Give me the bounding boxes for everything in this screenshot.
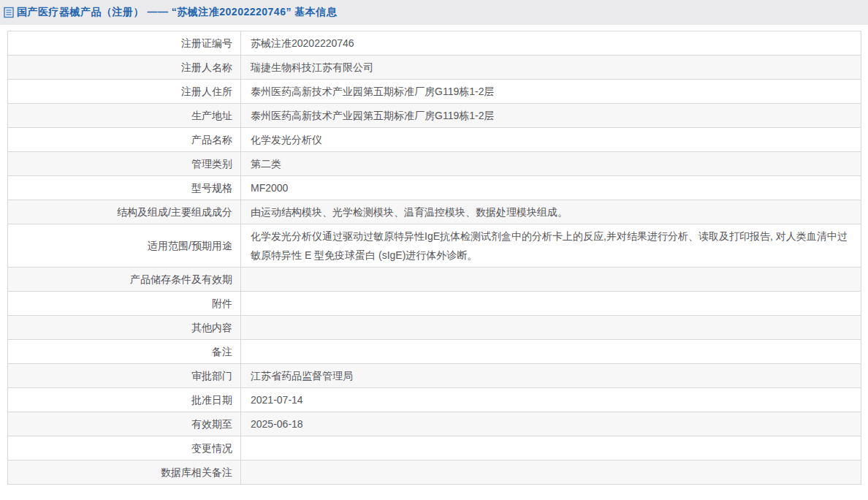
field-label: 数据库相关备注 bbox=[8, 461, 241, 485]
field-label: 注册证编号 bbox=[8, 31, 241, 56]
field-value bbox=[241, 268, 861, 292]
field-value: 泰州医药高新技术产业园第五期标准厂房G119栋1-2层 bbox=[241, 104, 861, 128]
field-label: 适用范围/预期用途 bbox=[8, 224, 241, 268]
table-row: 生产地址泰州医药高新技术产业园第五期标准厂房G119栋1-2层 bbox=[8, 104, 861, 128]
table-row: 其他内容 bbox=[8, 316, 861, 340]
table-row: 附件 bbox=[8, 292, 861, 316]
field-label: 管理类别 bbox=[8, 152, 241, 176]
field-label: 注册人名称 bbox=[8, 56, 241, 80]
field-value bbox=[241, 316, 861, 340]
table-row: 注册人住所泰州医药高新技术产业园第五期标准厂房G119栋1-2层 bbox=[8, 80, 861, 104]
field-value bbox=[241, 340, 861, 364]
field-label: 其他内容 bbox=[8, 316, 241, 340]
field-label: 产品名称 bbox=[8, 128, 241, 152]
field-value: 瑞捷生物科技江苏有限公司 bbox=[241, 56, 861, 80]
field-value bbox=[241, 461, 861, 485]
table-row: 结构及组成/主要组成成分由运动结构模块、光学检测模块、温育温控模块、数据处理模块… bbox=[8, 200, 861, 224]
field-value: 泰州医药高新技术产业园第五期标准厂房G119栋1-2层 bbox=[241, 80, 861, 104]
field-label: 结构及组成/主要组成成分 bbox=[8, 200, 241, 224]
table-row: 注册证编号苏械注准20202220746 bbox=[8, 31, 861, 56]
table-row: 有效期至2025-06-18 bbox=[8, 412, 861, 436]
field-label: 备注 bbox=[8, 340, 241, 364]
field-value bbox=[241, 292, 861, 316]
field-value: 化学发光分析仪通过驱动过敏原特异性IgE抗体检测试剂盒中的分析卡上的反应,并对结… bbox=[241, 224, 861, 268]
field-label: 有效期至 bbox=[8, 412, 241, 436]
field-value bbox=[241, 436, 861, 461]
document-icon bbox=[4, 7, 14, 18]
table-row: 管理类别第二类 bbox=[8, 152, 861, 176]
field-label: 型号规格 bbox=[8, 176, 241, 200]
table-row: 数据库相关备注 bbox=[8, 461, 861, 485]
field-label: 批准日期 bbox=[8, 388, 241, 412]
field-value: MF2000 bbox=[241, 176, 861, 200]
registration-info-table: 注册证编号苏械注准20202220746注册人名称瑞捷生物科技江苏有限公司注册人… bbox=[7, 31, 861, 485]
table-row: 型号规格MF2000 bbox=[8, 176, 861, 200]
field-value: 苏械注准20202220746 bbox=[241, 31, 861, 56]
table-row: 产品名称化学发光分析仪 bbox=[8, 128, 861, 152]
field-label: 附件 bbox=[8, 292, 241, 316]
field-value: 第二类 bbox=[241, 152, 861, 176]
field-value: 化学发光分析仪 bbox=[241, 128, 861, 152]
field-label: 生产地址 bbox=[8, 104, 241, 128]
field-label: 产品储存条件及有效期 bbox=[8, 268, 241, 292]
field-value: 由运动结构模块、光学检测模块、温育温控模块、数据处理模块组成。 bbox=[241, 200, 861, 224]
field-value: 江苏省药品监督管理局 bbox=[241, 364, 861, 388]
registration-info-section: 注册证编号苏械注准20202220746注册人名称瑞捷生物科技江苏有限公司注册人… bbox=[7, 31, 861, 485]
page-title: 国产医疗器械产品（注册） —— “苏械注准20202220746” 基本信息 bbox=[17, 6, 337, 19]
table-row: 审批部门江苏省药品监督管理局 bbox=[8, 364, 861, 388]
table-row: 注册人名称瑞捷生物科技江苏有限公司 bbox=[8, 56, 861, 80]
field-label: 审批部门 bbox=[8, 364, 241, 388]
table-row: 适用范围/预期用途化学发光分析仪通过驱动过敏原特异性IgE抗体检测试剂盒中的分析… bbox=[8, 224, 861, 268]
field-label: 变更情况 bbox=[8, 436, 241, 461]
table-row: 批准日期2021-07-14 bbox=[8, 388, 861, 412]
table-row: 备注 bbox=[8, 340, 861, 364]
table-row: 变更情况 bbox=[8, 436, 861, 461]
header-band: 国产医疗器械产品（注册） —— “苏械注准20202220746” 基本信息 bbox=[0, 0, 868, 25]
field-value: 2025-06-18 bbox=[241, 412, 861, 436]
table-row: 产品储存条件及有效期 bbox=[8, 268, 861, 292]
field-label: 注册人住所 bbox=[8, 80, 241, 104]
field-value: 2021-07-14 bbox=[241, 388, 861, 412]
